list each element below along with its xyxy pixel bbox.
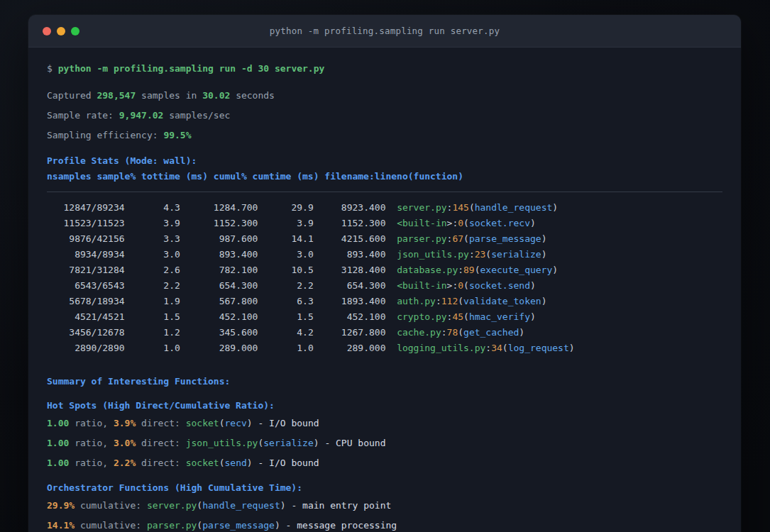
text-segment: ( [458,296,463,306]
text-segment: Sampling efficiency: [47,130,163,140]
function-name: socket.send [469,280,530,291]
col-nsamples: 3456/12678 [47,327,125,338]
col-tottime: 782.100 [180,265,258,275]
line-number: 0 [458,280,463,291]
stats-row: 5678/18934 1.9 567.800 6.3 1893.400 auth… [47,294,722,309]
text-segment [385,280,397,291]
col-cumul-pct: 4.2 [258,327,313,338]
text-segment: ( [469,202,475,213]
percent-value: 14.1% [47,520,75,531]
stats-row: 7821/31284 2.6 782.100 10.5 3128.400 dat… [47,262,722,278]
text-segment: ) [247,418,253,428]
col-cumul-pct: 1.0 [258,343,313,353]
col-sample-pct: 1.5 [125,311,180,322]
text-segment: ) [275,520,280,531]
stats-row: 11523/11523 3.9 1152.300 3.9 1152.300 <b… [47,216,722,231]
table-header: nsamples sample% tottime (ms) cumul% cum… [47,171,463,182]
stats-row: 12847/89234 4.3 1284.700 29.9 8923.400 s… [47,200,722,216]
text-segment: 9,947.02 [119,110,164,121]
col-cumtime: 8923.400 [314,202,386,213]
close-button[interactable] [43,27,51,35]
col-nsamples: 7821/31284 [47,265,125,275]
percent-value: 2.2% [114,458,136,468]
text-segment: >: [447,218,458,228]
stats-divider [47,192,722,192]
text-segment: ratio, [69,438,114,448]
text-segment: ( [485,249,491,260]
col-sample-pct: 4.3 [125,202,180,213]
text-segment: 99.5% [163,130,191,140]
col-tottime: 345.600 [180,327,258,338]
col-tottime: 1284.700 [180,202,258,213]
col-cumtime: 3128.400 [314,265,386,275]
maximize-button[interactable] [71,27,79,35]
function-name: parse_message [469,233,541,244]
note-text: - message processing [280,520,397,531]
titlebar[interactable]: python -m profiling.sampling run server.… [28,15,741,48]
file-name: crypto.py [397,311,446,322]
text-segment [385,265,397,275]
line-number: 0 [458,218,463,228]
col-cumtime: 1893.400 [314,296,386,306]
percent-value: 3.0% [114,438,136,448]
col-cumul-pct: 10.5 [258,265,313,275]
module-name: socket [186,458,219,468]
function-name: send [225,458,247,468]
text-segment: ( [463,218,469,228]
text-segment: ( [458,327,463,338]
col-cumtime: 893.400 [314,249,386,260]
text-segment: ( [463,311,469,322]
function-name: serialize [491,249,541,260]
section-title: Orchestrator Functions (High Cumulative … [47,482,302,493]
file-name: <built-in [397,280,446,291]
text-segment: ) [569,343,575,353]
hotspot-line: 1.00 ratio, 2.2% direct: socket(send) - … [47,455,722,471]
text-segment: 30.02 [202,90,230,101]
text-segment: ( [463,280,469,291]
minimize-button[interactable] [57,27,65,35]
text-segment: Sample rate: [47,110,119,121]
note-text: - main entry point [286,500,392,511]
text-segment [385,218,397,228]
stats-row: 3456/12678 1.2 345.600 4.2 1267.800 cach… [47,325,722,340]
col-tottime: 1152.300 [180,218,258,228]
text-segment: ( [463,233,469,244]
stats-row: 8934/8934 3.0 893.400 3.0 893.400 json_u… [47,247,722,262]
text-segment [385,249,397,260]
command-line: $ python -m profiling.sampling run -d 30… [47,61,722,77]
window-title: python -m profiling.sampling run server.… [28,26,741,36]
text-segment: seconds [230,90,275,101]
col-cumul-pct: 2.2 [258,280,313,291]
col-tottime: 893.400 [180,249,258,260]
file-name: json_utils.py [397,249,469,260]
file-name: parser.py [397,233,446,244]
section-title: Summary of Interesting Functions: [47,376,230,387]
col-nsamples: 2890/2890 [47,343,125,353]
function-name: recv [225,418,247,428]
line-number: 78 [447,327,458,338]
text-segment [385,296,397,306]
text-segment: ) [541,249,547,260]
prompt-symbol: $ [47,63,58,74]
text-segment [385,327,397,338]
col-nsamples: 9876/42156 [47,233,125,244]
stats-row: 9876/42156 3.3 987.600 14.1 4215.600 par… [47,231,722,247]
text-segment: ) [314,438,319,448]
stats-row: 2890/2890 1.0 289.000 1.0 289.000 loggin… [47,340,722,356]
text-segment: direct: [136,438,185,448]
stats-row: 6543/6543 2.2 654.300 2.2 654.300 <built… [47,278,722,294]
section-title: Hot Spots (High Direct/Cumulative Ratio)… [47,400,275,411]
col-cumul-pct: 3.0 [258,249,313,260]
text-segment: ) [530,311,536,322]
function-name: handle_request [202,500,280,511]
text-segment [385,343,397,353]
function-name: execute_query [480,265,553,275]
text-segment: ( [219,458,225,468]
col-cumtime: 289.000 [314,343,386,353]
function-name: handle_request [475,202,553,213]
text-segment: 298,547 [97,90,136,101]
file-name: server.py [397,202,446,213]
file-name: auth.py [397,296,436,306]
file-name: database.py [397,265,458,275]
text-segment: ) [519,327,524,338]
